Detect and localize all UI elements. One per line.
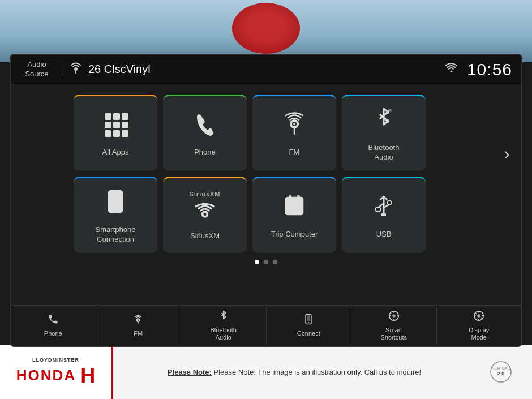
svg-rect-29 <box>376 208 380 211</box>
svg-point-38 <box>308 322 309 323</box>
svg-point-44 <box>392 314 395 317</box>
nav-phone-icon <box>48 314 59 328</box>
nav-display-mode-label: Display Mode <box>469 327 489 341</box>
footer-notice: Please Note: Please Note: The image is a… <box>113 368 475 376</box>
clock-display: 10:56 <box>467 60 512 79</box>
dealer-name: LLOYDMINSTER <box>32 357 79 363</box>
svg-rect-5 <box>105 122 111 128</box>
nav-display-icon <box>473 310 485 324</box>
nav-connect[interactable]: Connect <box>267 306 352 346</box>
svg-point-0 <box>74 67 78 71</box>
svg-rect-10 <box>122 130 128 137</box>
honda-wing-logo: H <box>80 364 95 388</box>
honda-brand: HONDA <box>16 367 76 384</box>
svg-rect-2 <box>105 113 111 120</box>
wifi-icon <box>444 62 458 76</box>
status-bar-divider <box>61 59 61 80</box>
nav-bluetooth-icon <box>219 310 228 324</box>
nav-display-mode[interactable]: Display Mode <box>437 306 522 346</box>
svg-text:2.0: 2.0 <box>497 371 505 376</box>
nav-shortcuts-icon <box>388 310 400 324</box>
phone-icon <box>191 110 219 143</box>
honda-logo-area: LLOYDMINSTER HONDA H <box>0 345 113 399</box>
footer: LLOYDMINSTER HONDA H Please Note: Please… <box>0 345 532 399</box>
tile-trip-computer-label: Trip Computer <box>271 230 318 239</box>
tile-all-apps[interactable]: All Apps <box>74 95 157 171</box>
svg-rect-32 <box>381 213 386 216</box>
svg-point-31 <box>388 201 392 205</box>
tile-phone[interactable]: Phone <box>163 95 247 171</box>
svg-rect-7 <box>122 122 128 128</box>
bluetooth-audio-icon: ® <box>370 105 398 139</box>
svg-rect-24 <box>289 195 291 200</box>
nav-fm[interactable]: FM <box>96 306 182 346</box>
svg-point-20 <box>114 208 117 210</box>
main-area: All Apps Phone <box>11 84 521 305</box>
svg-rect-3 <box>113 113 120 120</box>
nav-bluetooth-audio-label: Bluetooth Audio <box>211 327 237 341</box>
siriusxm-status-icon <box>68 60 84 79</box>
svg-rect-4 <box>122 113 128 120</box>
nav-connect-label: Connect <box>297 330 320 337</box>
tile-fm-label: FM <box>289 148 300 157</box>
svg-rect-6 <box>113 122 120 128</box>
background-decoration <box>232 3 300 54</box>
nav-smart-shortcuts-label: Smart Shortcuts <box>381 327 407 341</box>
trip-computer-icon <box>280 192 308 225</box>
tile-usb-label: USB <box>376 230 392 239</box>
svg-point-34 <box>138 320 139 321</box>
tile-siriusxm[interactable]: SiriusXM SiriusXM <box>163 177 247 253</box>
tile-trip-computer[interactable]: Trip Computer <box>252 177 336 253</box>
tile-bluetooth-audio[interactable]: ® Bluetooth Audio <box>342 95 426 171</box>
usb-icon <box>370 192 398 225</box>
tile-siriusxm-label: SiriusXM <box>190 231 220 241</box>
nav-phone[interactable]: Phone <box>11 306 96 346</box>
svg-text:NEW CAR: NEW CAR <box>491 366 510 370</box>
svg-point-13 <box>293 123 295 125</box>
nav-fm-icon <box>132 314 144 328</box>
svg-line-52 <box>475 313 477 314</box>
nav-bluetooth-audio[interactable]: Bluetooth Audio <box>181 306 267 346</box>
all-apps-icon <box>101 110 130 143</box>
svg-point-22 <box>203 213 206 216</box>
audio-source-label: Audio Source <box>20 60 54 79</box>
svg-point-16 <box>386 119 389 123</box>
svg-rect-19 <box>111 193 119 207</box>
infotainment-screen: Audio Source 26 ClscVinyl 10:56 <box>10 54 522 347</box>
dot-2[interactable] <box>264 260 268 264</box>
pagination-dots <box>255 260 277 264</box>
tile-bluetooth-audio-label: Bluetooth Audio <box>368 143 400 162</box>
next-page-chevron[interactable]: › <box>504 143 510 164</box>
smartphone-icon <box>101 187 130 221</box>
newcar-logo: NEW CAR 2.0 <box>475 361 532 384</box>
status-bar: Audio Source 26 ClscVinyl 10:56 <box>11 55 521 84</box>
app-grid-wrapper: All Apps Phone <box>33 95 499 253</box>
svg-rect-9 <box>113 130 120 137</box>
nav-phone-label: Phone <box>44 330 62 337</box>
svg-rect-37 <box>307 316 310 321</box>
tile-fm[interactable]: FM <box>252 95 336 171</box>
tile-smartphone[interactable]: Smartphone Connection <box>74 177 157 253</box>
tile-all-apps-label: All Apps <box>102 148 129 157</box>
tile-smartphone-label: Smartphone Connection <box>96 225 136 244</box>
tile-usb[interactable]: USB <box>342 177 426 253</box>
nav-connect-icon <box>304 314 313 328</box>
channel-name: 26 ClscVinyl <box>88 63 444 76</box>
app-grid: All Apps Phone <box>74 95 458 253</box>
svg-rect-25 <box>297 195 300 200</box>
dot-3[interactable] <box>273 260 277 264</box>
svg-rect-8 <box>105 130 111 137</box>
svg-line-53 <box>481 318 482 319</box>
dot-1[interactable] <box>255 260 259 264</box>
tile-phone-label: Phone <box>194 148 216 157</box>
svg-point-47 <box>478 314 480 317</box>
fm-icon <box>280 110 308 143</box>
nav-fm-label: FM <box>134 330 143 337</box>
svg-line-45 <box>390 312 391 314</box>
svg-text:®: ® <box>388 108 392 113</box>
siriusxm-tile-icon: SiriusXM <box>189 191 220 227</box>
nav-smart-shortcuts[interactable]: Smart Shortcuts <box>351 306 437 346</box>
bottom-nav: Phone FM Bluetooth Audio <box>11 305 521 346</box>
